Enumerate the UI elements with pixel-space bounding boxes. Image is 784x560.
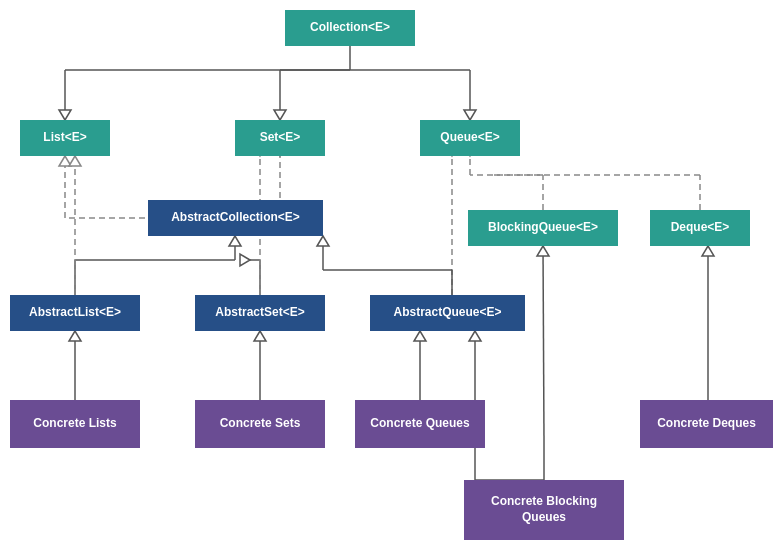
svg-marker-44 (414, 331, 426, 341)
svg-marker-52 (702, 246, 714, 256)
svg-marker-40 (69, 331, 81, 341)
concrete-queues-node: Concrete Queues (355, 400, 485, 448)
concrete-blocking-queues-node: Concrete Blocking Queues (464, 480, 624, 540)
abstract-collection-node: AbstractCollection<E> (148, 200, 323, 236)
collection-node: Collection<E> (285, 10, 415, 46)
svg-marker-47 (537, 246, 549, 256)
abstract-queue-node: AbstractQueue<E> (370, 295, 525, 331)
diagram: Collection<E> List<E> Set<E> Queue<E> Ab… (0, 0, 784, 560)
concrete-sets-node: Concrete Sets (195, 400, 325, 448)
deque-node: Deque<E> (650, 210, 750, 246)
svg-marker-9 (464, 110, 476, 120)
svg-marker-3 (59, 110, 71, 120)
svg-line-46 (543, 246, 544, 440)
abstract-set-node: AbstractSet<E> (195, 295, 325, 331)
abstract-list-node: AbstractList<E> (10, 295, 140, 331)
list-node: List<E> (20, 120, 110, 156)
set-node: Set<E> (235, 120, 325, 156)
svg-marker-42 (254, 331, 266, 341)
concrete-lists-node: Concrete Lists (10, 400, 140, 448)
blocking-queue-node: BlockingQueue<E> (468, 210, 618, 246)
queue-node: Queue<E> (420, 120, 520, 156)
svg-marker-32 (317, 236, 329, 246)
concrete-deques-node: Concrete Deques (640, 400, 773, 448)
svg-marker-6 (274, 110, 286, 120)
svg-marker-24 (69, 156, 81, 166)
svg-marker-22 (240, 254, 250, 266)
svg-marker-19 (229, 236, 241, 246)
svg-marker-50 (469, 331, 481, 341)
svg-marker-12 (59, 156, 71, 166)
